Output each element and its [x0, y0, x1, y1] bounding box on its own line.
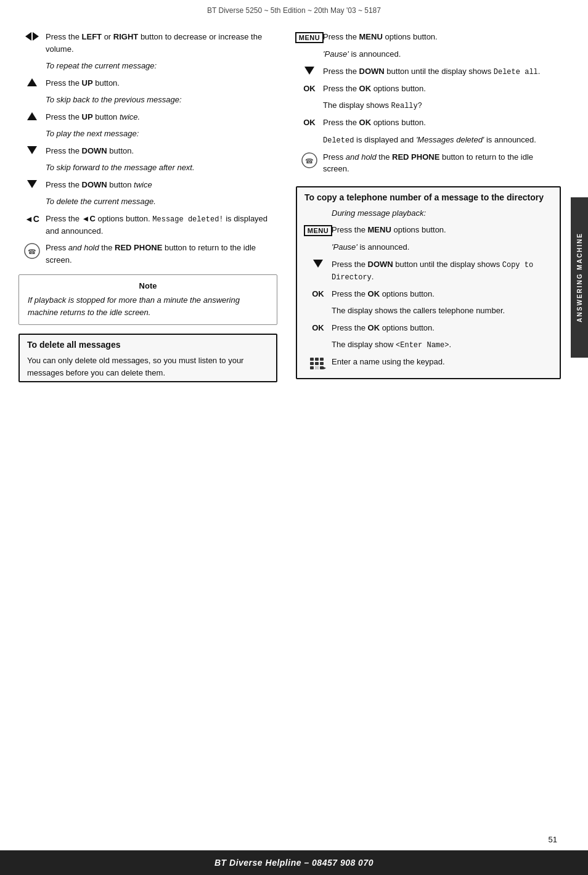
instruction-text: Press the OK options button. [332, 288, 552, 300]
svg-rect-7 [310, 362, 314, 365]
italic-label: To play the next message: [46, 128, 277, 140]
no-icon [18, 94, 46, 95]
right-column: MENU Press the MENU options button. 'Pau… [290, 31, 561, 388]
instruction-row: The display shows Really? [296, 99, 561, 112]
no-icon [18, 195, 46, 197]
no-icon [296, 99, 323, 101]
instruction-row: ☎ Press and hold the RED PHONE button to… [18, 242, 277, 266]
instruction-row: OK Press the OK options button. [296, 83, 561, 95]
instruction-row: During message playback: [304, 207, 552, 220]
instruction-text: Deleted is displayed and 'Messages delet… [323, 134, 561, 146]
note-box: Note If playback is stopped for more tha… [18, 274, 277, 325]
instruction-text: Press the DOWN button until the display … [332, 258, 552, 283]
no-icon [304, 207, 332, 208]
instruction-row: Press the DOWN button until the display … [296, 65, 561, 78]
no-icon [296, 48, 323, 49]
svg-rect-9 [320, 362, 324, 365]
svg-rect-12 [320, 366, 324, 369]
instruction-row: Press the DOWN button until the display … [304, 258, 552, 283]
instruction-row: Enter a name using the keypad. [304, 356, 552, 371]
instruction-row: ◄C Press the ◄C options button. Message … [18, 213, 277, 237]
note-title: Note [28, 281, 268, 290]
instruction-text: The display shows the callers telephone … [332, 305, 552, 317]
instruction-row: Press the UP button twice. [18, 111, 277, 123]
instruction-row: Press the DOWN button. [18, 145, 277, 157]
left-column: Press the LEFT or RIGHT button to decrea… [18, 31, 290, 388]
delete-all-section: To delete all messages You can only dele… [18, 334, 277, 382]
instruction-row: To skip back to the previous message: [18, 94, 277, 106]
instruction-row: The display shows the callers telephone … [304, 305, 552, 317]
svg-rect-6 [320, 358, 324, 361]
no-icon [304, 305, 332, 306]
back-c-icon: ◄C [18, 213, 46, 224]
italic-label: To skip forward to the message after nex… [46, 162, 277, 174]
instruction-text: Press the DOWN button twice [46, 179, 277, 191]
instruction-row: MENU Press the MENU options button. [304, 224, 552, 236]
instruction-row: To repeat the current message: [18, 60, 277, 72]
instruction-row: Press the UP button. [18, 77, 277, 89]
sidebar-label-text: ANSWERING MACHINE [576, 232, 583, 322]
instruction-row: The display show <Enter Name>. [304, 339, 552, 351]
instruction-row: 'Pause' is announced. [296, 48, 561, 60]
page-number: 51 [549, 835, 557, 844]
section-body: You can only delete old messages, so you… [27, 355, 269, 379]
instruction-row: MENU Press the MENU options button. [296, 31, 561, 43]
instruction-text: Press the DOWN button. [46, 145, 277, 157]
instruction-text: Press the MENU options button. [323, 31, 561, 43]
footer-text: BT Diverse Helpline – 08457 908 070 [214, 858, 374, 868]
instruction-row: OK Press the OK options button. [296, 117, 561, 129]
instruction-row: OK Press the OK options button. [304, 288, 552, 300]
svg-rect-13 [315, 366, 319, 369]
ok-icon: OK [296, 83, 323, 93]
copy-section: To copy a telephone number of a message … [296, 186, 561, 380]
ok-icon: OK [304, 288, 332, 298]
svg-rect-4 [310, 358, 314, 361]
italic-label: To skip back to the previous message: [46, 94, 277, 106]
italic-label: To delete the current message. [46, 195, 277, 208]
copy-section-title: To copy a telephone number of a message … [304, 192, 552, 202]
instruction-row: OK Press the OK options button. [304, 322, 552, 334]
arrow-lr-icon [18, 31, 46, 41]
instruction-row: 'Pause' is announced. [304, 241, 552, 253]
arrow-up-icon [18, 111, 46, 120]
instruction-text: The display show <Enter Name>. [332, 339, 552, 351]
menu-icon: MENU [304, 224, 332, 236]
header-title: BT Diverse 5250 ~ 5th Edition ~ 20th May… [207, 6, 381, 15]
arrow-up-icon [18, 77, 46, 86]
instruction-text: Press the MENU options button. [332, 224, 552, 236]
arrow-down-icon [304, 258, 332, 268]
instruction-row: Press the LEFT or RIGHT button to decrea… [18, 31, 277, 55]
instruction-row: To skip forward to the message after nex… [18, 162, 277, 174]
italic-label: 'Pause' is announced. [323, 48, 561, 60]
no-icon [304, 339, 332, 340]
svg-rect-8 [315, 362, 319, 365]
no-icon [18, 162, 46, 163]
sidebar-label: ANSWERING MACHINE [571, 197, 588, 358]
page-header: BT Diverse 5250 ~ 5th Edition ~ 20th May… [0, 0, 588, 18]
phone-icon: ☎ [18, 242, 46, 259]
arrow-down-icon [18, 145, 46, 154]
instruction-text: Press the OK options button. [323, 117, 561, 129]
ok-icon: OK [296, 117, 323, 127]
italic-label: 'Pause' is announced. [332, 241, 552, 253]
instruction-text: Enter a name using the keypad. [332, 356, 552, 368]
instruction-text: Press and hold the RED PHONE button to r… [46, 242, 277, 266]
instruction-row: Press the DOWN button twice [18, 179, 277, 191]
italic-label: To repeat the current message: [46, 60, 277, 72]
instruction-text: Press and hold the RED PHONE button to r… [323, 151, 561, 175]
instruction-text: Press the LEFT or RIGHT button to decrea… [46, 31, 277, 55]
phone-icon: ☎ [296, 151, 323, 168]
instruction-row: To delete the current message. [18, 195, 277, 208]
arrow-down-icon [296, 65, 323, 75]
instruction-text: Press the ◄C options button. Message del… [46, 213, 277, 237]
svg-text:☎: ☎ [28, 248, 36, 255]
instruction-row: Deleted is displayed and 'Messages delet… [296, 134, 561, 146]
ok-icon: OK [304, 322, 332, 332]
note-body: If playback is stopped for more than a m… [28, 294, 268, 318]
section-title: To delete all messages [27, 340, 269, 350]
svg-text:☎: ☎ [305, 157, 314, 165]
italic-label: During message playback: [332, 207, 552, 220]
instruction-text: Press the UP button. [46, 77, 277, 89]
keypad-icon [304, 356, 332, 371]
arrow-down-icon [18, 179, 46, 188]
